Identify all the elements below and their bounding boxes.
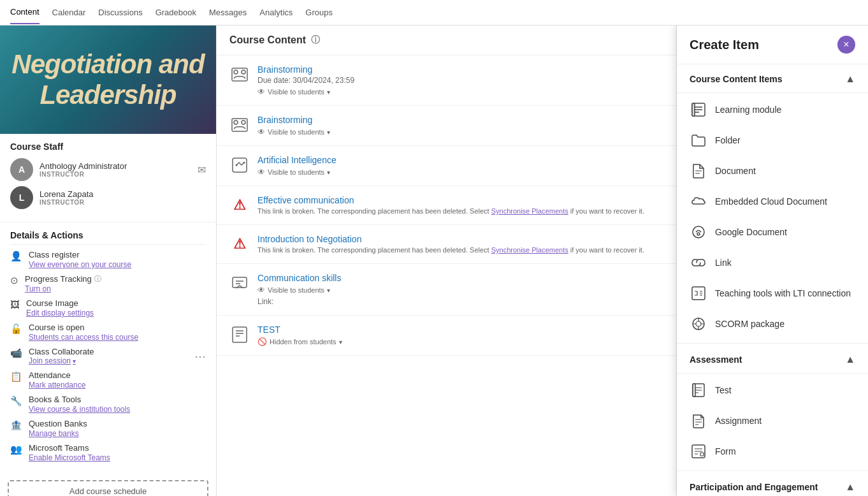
course-content-header: Course Content ⓘ	[217, 26, 676, 55]
details-actions-section: Details & Actions 👤 Class register View …	[0, 222, 216, 475]
nav-messages[interactable]: Messages	[209, 1, 247, 24]
content-title-4[interactable]: Introduction to Negotiation	[257, 234, 361, 244]
svg-rect-19	[693, 384, 695, 397]
chevron-down-icon: ▾	[73, 358, 76, 365]
detail-link-attendance[interactable]: Mark attendance	[29, 381, 85, 390]
eye-icon-0: 👁	[257, 87, 265, 96]
content-visibility-1: 👁 Visible to students ▾	[257, 128, 330, 136]
detail-label-progress: Progress Tracking ⓘ	[25, 274, 101, 284]
svg-point-1	[234, 70, 238, 74]
detail-link-register[interactable]: View everyone on your course	[29, 260, 131, 269]
communication-icon	[229, 273, 250, 293]
nav-content[interactable]: Content	[10, 1, 40, 24]
bank-icon: 🏦	[10, 419, 22, 431]
sync-placements-link-0[interactable]: Synchronise Placements	[491, 207, 568, 215]
course-staff-title: Course Staff	[10, 142, 206, 152]
eye-icon-5: 👁	[257, 286, 265, 295]
content-visibility-2: 👁 Visible to students ▾	[257, 168, 336, 177]
section-collapse-2[interactable]: ▲	[845, 481, 855, 493]
error-icon-1: ⚠	[229, 234, 250, 254]
content-title-3[interactable]: Effective communication	[257, 195, 354, 205]
detail-link-teams[interactable]: Enable Microsoft Teams	[29, 453, 110, 462]
content-title-0[interactable]: Brainstorming	[257, 64, 312, 75]
section-title-0: Course Content Items	[690, 74, 782, 84]
detail-link-books[interactable]: View course & institution tools	[29, 405, 130, 414]
hidden-chevron[interactable]: ▾	[339, 339, 342, 346]
lti-icon	[690, 284, 707, 302]
person-icon: 👤	[10, 251, 22, 262]
nav-analytics[interactable]: Analytics	[259, 1, 293, 24]
close-button[interactable]: ×	[837, 36, 855, 54]
svg-point-8	[243, 162, 245, 164]
staff-email-icon-0[interactable]: ✉	[198, 164, 206, 176]
tools-icon: 🔧	[10, 395, 22, 407]
detail-label-attendance: Attendance	[29, 370, 85, 380]
staff-role-1: INSTRUCTOR	[40, 199, 206, 206]
content-title-5[interactable]: Communication skills	[257, 273, 341, 283]
svg-rect-21	[700, 453, 704, 456]
nav-discussions[interactable]: Discussions	[98, 1, 142, 24]
detail-label-books: Books & Tools	[29, 395, 130, 404]
detail-link-image[interactable]: Edit display settings	[26, 309, 94, 317]
content-visibility-5: 👁 Visible to students ▾	[257, 286, 341, 295]
form-icon	[690, 442, 707, 460]
visibility-chevron-5[interactable]: ▾	[327, 287, 330, 294]
section-collapse-0[interactable]: ▲	[845, 73, 855, 85]
content-error-3: This link is broken. The corresponding p…	[257, 207, 644, 215]
detail-link-banks[interactable]: Manage banks	[29, 429, 79, 438]
svg-point-4	[234, 120, 238, 124]
panel-item-link[interactable]: Link	[677, 247, 868, 278]
content-subtitle-0: Due date: 30/04/2024, 23:59	[257, 76, 354, 85]
panel-item-label-google-doc: Google Document	[715, 227, 787, 237]
more-options-icon[interactable]: ⋯	[194, 349, 206, 363]
svg-rect-15	[692, 287, 705, 300]
add-schedule-button[interactable]: Add course schedule	[8, 480, 208, 496]
panel-item-document[interactable]: Document	[677, 156, 868, 186]
content-error-4: This link is broken. The corresponding p…	[257, 246, 644, 254]
section-collapse-1[interactable]: ▲	[845, 354, 855, 365]
content-title-1[interactable]: Brainstorming	[257, 115, 312, 125]
content-title-2[interactable]: Artificial Intelligence	[257, 155, 336, 165]
folder-icon	[690, 131, 707, 149]
assignment-icon	[690, 412, 707, 430]
nav-gradebook[interactable]: Gradebook	[156, 1, 196, 24]
google-doc-icon	[690, 223, 707, 241]
visibility-chevron-1[interactable]: ▾	[327, 129, 330, 136]
detail-question-banks: 🏦 Question Banks Manage banks	[10, 419, 206, 438]
panel-item-lti[interactable]: Teaching tools with LTI connection	[677, 278, 868, 309]
content-title-6[interactable]: TEST	[257, 325, 280, 335]
staff-member-1: L Lorena Zapata INSTRUCTOR	[10, 186, 206, 209]
sync-placements-link-1[interactable]: Synchronise Placements	[491, 246, 568, 254]
staff-name-1: Lorena Zapata	[40, 189, 206, 199]
detail-link-progress[interactable]: Turn on	[25, 284, 51, 293]
image-icon: 🖼	[10, 299, 20, 310]
content-info-icon[interactable]: ⓘ	[311, 34, 320, 46]
content-item-2: Artificial Intelligence 👁 Visible to stu…	[217, 146, 676, 186]
nav-calendar[interactable]: Calendar	[52, 1, 86, 24]
detail-link-collab[interactable]: Join session ▾	[29, 356, 94, 365]
detail-link-open[interactable]: Students can access this course	[29, 333, 138, 342]
info-icon[interactable]: ⓘ	[94, 274, 101, 284]
visibility-chevron-0[interactable]: ▾	[327, 89, 330, 96]
panel-item-label-test: Test	[715, 385, 732, 395]
panel-item-google-doc[interactable]: Google Document	[677, 217, 868, 247]
panel-item-form[interactable]: Form	[677, 436, 868, 467]
panel-item-learning-module[interactable]: Learning module	[677, 94, 868, 125]
nav-groups[interactable]: Groups	[305, 1, 333, 24]
panel-item-assignment[interactable]: Assignment	[677, 405, 868, 436]
eye-icon-1: 👁	[257, 128, 265, 136]
course-staff-section: Course Staff A Anthology Administrator I…	[0, 134, 216, 222]
panel-item-folder[interactable]: Folder	[677, 125, 868, 156]
panel-item-test[interactable]: Test	[677, 375, 868, 405]
svg-rect-6	[233, 158, 247, 172]
detail-course-image: 🖼 Course Image Edit display settings	[10, 298, 206, 317]
detail-label-teams: Microsoft Teams	[29, 443, 110, 453]
panel-item-scorm[interactable]: SCORM package	[677, 309, 868, 339]
panel-item-label-cloud-doc: Embedded Cloud Document	[715, 196, 827, 207]
panel-item-label-scorm: SCORM package	[715, 319, 785, 329]
top-nav: Content Calendar Discussions Gradebook M…	[0, 0, 868, 26]
learning-module-icon	[690, 101, 707, 119]
content-item-5: Communication skills 👁 Visible to studen…	[217, 264, 676, 316]
visibility-chevron-2[interactable]: ▾	[327, 169, 330, 176]
panel-item-cloud-doc[interactable]: Embedded Cloud Document	[677, 186, 868, 217]
